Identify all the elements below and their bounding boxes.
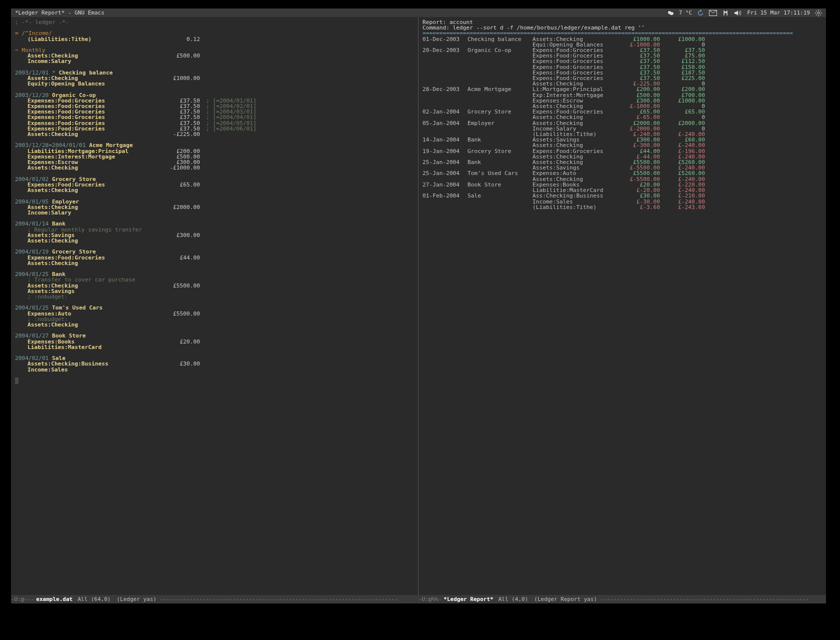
- report-row: 05-Jan-2004EmployerAssets:Checking£2000.…: [422, 120, 822, 126]
- mode-line-left: -U:@--- example.dat All (64,0) (Ledger y…: [11, 596, 418, 602]
- refresh-icon[interactable]: [697, 10, 704, 16]
- report-row: 25-Jan-2004Tom's Used CarsExpenses:Auto£…: [422, 170, 822, 176]
- clock: Fri 15 Mar 17:11:19: [747, 10, 810, 16]
- report-row: 01-Feb-2004SaleAss:Checking:Business£30.…: [422, 193, 822, 198]
- report-row: Expens:Food:Groceries£37.50£150.00: [422, 64, 822, 70]
- report-row: Income:Sales£-30.00£-240.00: [422, 199, 822, 204]
- report-row: (Liabilities:Tithe)£-3.60£-243.60: [422, 204, 822, 210]
- report-row: 02-Jan-2004Grocery StoreExpens:Food:Groc…: [422, 109, 822, 114]
- svg-line-10: [820, 10, 821, 12]
- report-row: Liabilitie:MasterCard£-20.00£-240.00: [422, 188, 822, 193]
- network-icon[interactable]: [722, 10, 729, 16]
- report-row: 01-Dec-2003Checking balanceAssets:Checki…: [422, 36, 822, 42]
- report-row: 20-Dec-2003Organic Co-opExpens:Food:Groc…: [422, 48, 822, 53]
- svg-line-8: [816, 10, 817, 12]
- mode-line: -U:@--- example.dat All (64,0) (Ledger y…: [11, 595, 826, 604]
- emacs-frame: ; -*- ledger -*- = /^Income/(Liabilities…: [11, 17, 826, 595]
- report-rows: 01-Dec-2003Checking balanceAssets:Checki…: [422, 36, 822, 210]
- report-row: 14-Jan-2004BankAssets:Savings£300.00£60.…: [422, 137, 822, 142]
- report-row: 25-Jan-2004BankAssets:Checking£5500.00£5…: [422, 160, 822, 165]
- desktop-panel: *Ledger Report* - GNU Emacs 7 °C Fri 15 …: [11, 8, 826, 17]
- settings-icon[interactable]: [815, 10, 822, 16]
- svg-point-3: [818, 12, 820, 14]
- system-tray: 7 °C Fri 15 Mar 17:11:19: [667, 10, 822, 16]
- buffer-name-left: example.dat: [34, 596, 74, 602]
- report-row: Expenses:Escrow£300.00£1000.00: [422, 98, 822, 104]
- report-header-2: Command: ledger --sort d -f /home/borbus…: [422, 25, 822, 30]
- report-row: 28-Dec-2003Acme MortgageLi:Mortgage:Prin…: [422, 86, 822, 92]
- mail-icon[interactable]: [709, 10, 717, 16]
- report-row: 19-Jan-2004Grocery StoreExpens:Food:Groc…: [422, 148, 822, 154]
- report-rule: ========================================…: [422, 30, 822, 36]
- buffer-name-right: *Ledger Report*: [442, 596, 495, 602]
- report-row: Expens:Food:Groceries£37.50£112.50: [422, 58, 822, 64]
- svg-line-9: [820, 14, 821, 16]
- report-row: Assets:Checking£-65.000: [422, 114, 822, 120]
- svg-line-11: [816, 14, 817, 16]
- report-row: Expens:Food:Groceries£37.50£75.00: [422, 53, 822, 58]
- ledger-source-buffer[interactable]: ; -*- ledger -*- = /^Income/(Liabilities…: [11, 17, 418, 595]
- report-row: Income:Salary£-2000.000: [422, 126, 822, 132]
- report-row: Expens:Food:Groceries£37.50£187.50: [422, 70, 822, 76]
- report-row: Assets:Checking£-44.00£-240.00: [422, 154, 822, 160]
- report-row: Assets:Checking£-300.00£-240.00: [422, 142, 822, 148]
- ledger-report-buffer[interactable]: Report: account Command: ledger --sort d…: [418, 17, 826, 595]
- weather-icon: [667, 10, 674, 16]
- report-row: (Liabilities:Tithe)£-240.00£-240.00: [422, 132, 822, 137]
- report-row: 27-Jan-2004Book StoreExpenses:Books£20.0…: [422, 182, 822, 188]
- report-row: Expens:Food:Groceries£37.50£225.00: [422, 76, 822, 81]
- window-title: *Ledger Report* - GNU Emacs: [15, 10, 104, 16]
- svg-point-1: [670, 12, 674, 15]
- weather-temp: 7 °C: [679, 10, 692, 16]
- volume-icon[interactable]: [734, 10, 742, 16]
- mode-line-right: -U:@%%- *Ledger Report* All (4,0) (Ledge…: [418, 596, 826, 602]
- report-row: Exp:Interest:Mortgage£500.00£700.00: [422, 92, 822, 98]
